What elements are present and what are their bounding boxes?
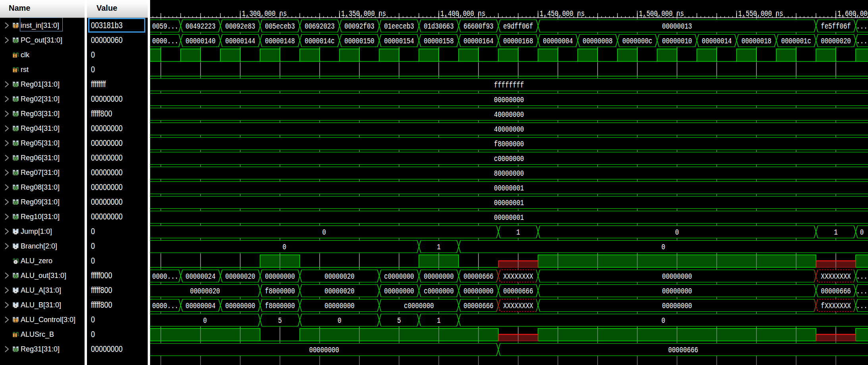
svg-text:00000164: 00000164 (463, 37, 494, 46)
svg-text:0: 0 (322, 228, 326, 237)
svg-text:00000001: 00000001 (494, 198, 524, 208)
svg-text:00000001: 00000001 (494, 213, 524, 223)
svg-text:00000020: 00000020 (190, 287, 220, 296)
svg-text:00492223: 00492223 (185, 22, 216, 31)
svg-text:c0000000: c0000000 (494, 154, 524, 164)
svg-text:XXXXXXXX: XXXXXXXX (503, 272, 533, 282)
svg-text:00000020: 00000020 (324, 272, 355, 282)
svg-text:00000000: 00000000 (424, 272, 454, 282)
svg-text:f8000000: f8000000 (494, 140, 524, 149)
svg-text:1,600,000 ns: 1,600,000 ns (837, 10, 868, 19)
svg-text:00000000: 00000000 (494, 95, 524, 105)
svg-text:00000666: 00000666 (503, 287, 533, 296)
svg-text:fXXXXXXX: fXXXXXXX (821, 301, 851, 311)
svg-text:00000140: 00000140 (185, 37, 216, 46)
svg-text:00000666: 00000666 (463, 272, 494, 282)
svg-text:01d30663: 01d30663 (424, 22, 454, 31)
svg-text:00000020: 00000020 (324, 287, 355, 296)
svg-text:00000666: 00000666 (668, 346, 698, 355)
svg-text:0: 0 (283, 243, 286, 252)
svg-text:00000158: 00000158 (424, 37, 454, 46)
svg-text:00092e83: 00092e83 (225, 22, 255, 31)
svg-text:00000014: 00000014 (702, 37, 732, 46)
svg-text:00000008: 00000008 (583, 37, 613, 46)
svg-text:01eeceb3: 01eeceb3 (384, 22, 414, 31)
svg-text:40000000: 40000000 (494, 110, 524, 120)
svg-text:5: 5 (278, 316, 282, 326)
svg-text:f8000000: f8000000 (265, 287, 295, 296)
svg-text:00000001: 00000001 (494, 184, 524, 193)
svg-text:1,550,000 ns: 1,550,000 ns (738, 10, 783, 19)
svg-text:1: 1 (834, 228, 837, 237)
svg-text:ffffffff: ffffffff (494, 81, 524, 90)
svg-text:00000000: 00000000 (265, 272, 295, 282)
svg-text:00000004: 00000004 (543, 37, 573, 46)
svg-text:00000000: 00000000 (662, 272, 692, 282)
svg-text:0000...: 0000... (152, 37, 178, 46)
svg-text:1: 1 (437, 316, 440, 326)
svg-text:00000020: 00000020 (821, 37, 851, 46)
svg-text:00000000: 00000000 (225, 301, 255, 311)
svg-text:5: 5 (397, 316, 401, 326)
svg-text:00000018: 00000018 (741, 37, 772, 46)
svg-text:0: 0 (675, 228, 679, 237)
svg-text:0000...: 0000... (152, 272, 178, 282)
svg-text:1,450,000 ns: 1,450,000 ns (540, 10, 584, 19)
svg-text:005eceb3: 005eceb3 (265, 22, 295, 31)
svg-text:0000014c: 0000014c (305, 37, 335, 46)
svg-text:1,400,000 ns: 1,400,000 ns (440, 10, 485, 19)
svg-text:1: 1 (516, 228, 520, 237)
svg-text:...: ... (856, 22, 867, 31)
svg-text:c0000000: c0000000 (384, 272, 414, 282)
svg-text:00000150: 00000150 (344, 37, 374, 46)
svg-text:...: ... (856, 287, 867, 296)
svg-text:00000000: 00000000 (309, 346, 339, 355)
svg-text:00000666: 00000666 (821, 287, 851, 296)
svg-text:00000168: 00000168 (503, 37, 533, 46)
svg-text:00000154: 00000154 (384, 37, 414, 46)
svg-text:0059...: 0059... (152, 22, 178, 31)
svg-text:0: 0 (860, 228, 864, 237)
svg-text:0000001c: 0000001c (781, 37, 811, 46)
svg-text:40000000: 40000000 (494, 125, 524, 134)
svg-text:00000004: 00000004 (185, 301, 216, 311)
svg-text:...: ... (856, 301, 867, 311)
svg-text:f8000000: f8000000 (265, 301, 295, 311)
svg-text:XXXXXXXX: XXXXXXXX (821, 272, 851, 282)
svg-text:00092f03: 00092f03 (344, 22, 374, 31)
svg-text:1,300,000 ns: 1,300,000 ns (242, 10, 287, 19)
svg-text:e9dff06f: e9dff06f (503, 22, 533, 31)
svg-text:00000000: 00000000 (463, 287, 494, 296)
svg-text:00000000: 00000000 (384, 287, 414, 296)
svg-text:1,350,000 ns: 1,350,000 ns (341, 10, 386, 19)
svg-text:00000000: 00000000 (662, 287, 692, 296)
svg-text:0: 0 (338, 316, 341, 326)
svg-text:00000013: 00000013 (662, 22, 692, 31)
svg-text:XXXXXXXX: XXXXXXXX (503, 301, 533, 311)
svg-text:00000020: 00000020 (225, 272, 255, 282)
svg-text:c0000000: c0000000 (404, 301, 434, 311)
svg-text:00000148: 00000148 (265, 37, 295, 46)
svg-text:00000024: 00000024 (185, 272, 216, 282)
svg-text:00000144: 00000144 (225, 37, 255, 46)
svg-text:00000000: 00000000 (324, 301, 355, 311)
svg-text:66600f93: 66600f93 (463, 22, 494, 31)
svg-text:00000666: 00000666 (463, 301, 494, 311)
svg-text:...: ... (856, 272, 867, 282)
svg-text:00000000: 00000000 (662, 301, 692, 311)
svg-text:00000010: 00000010 (662, 37, 692, 46)
svg-text:0000000c: 0000000c (622, 37, 652, 46)
svg-text:80000000: 80000000 (494, 169, 524, 179)
svg-text:0000...: 0000... (152, 301, 178, 311)
svg-text:00692023: 00692023 (305, 22, 335, 31)
svg-text:fe5ff06f: fe5ff06f (821, 22, 851, 31)
svg-text:...: ... (856, 37, 867, 46)
svg-text:1,500,000 ns: 1,500,000 ns (639, 10, 684, 19)
svg-text:c0000000: c0000000 (424, 287, 454, 296)
svg-text:0: 0 (662, 243, 665, 252)
svg-text:1: 1 (437, 243, 440, 252)
svg-text:0: 0 (203, 316, 207, 326)
svg-text:0: 0 (662, 316, 665, 326)
